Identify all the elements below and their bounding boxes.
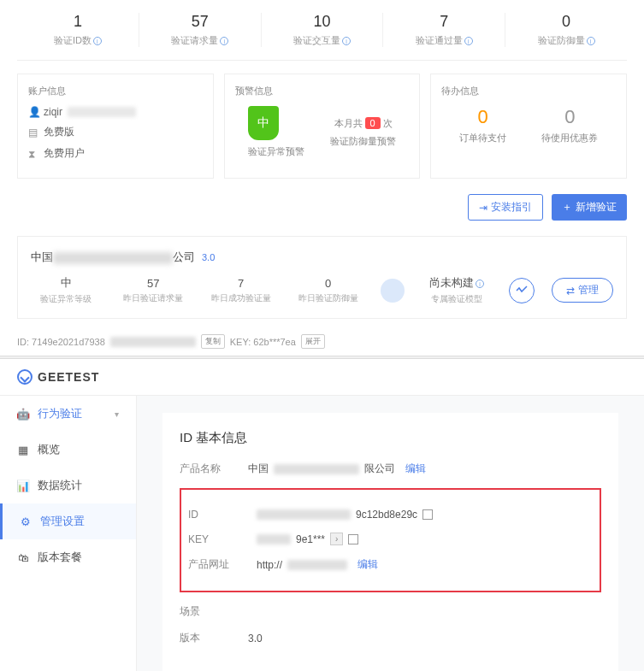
stat-value: 7 <box>383 13 505 31</box>
model-label: 专属验证模型 <box>422 293 492 305</box>
stat-label: 验证交互量i <box>262 34 383 47</box>
login-icon: ⇥ <box>479 202 487 214</box>
coupons-label: 待使用优惠券 <box>541 132 598 144</box>
card-icon: ▤ <box>28 127 38 138</box>
field-label: 产品名称 <box>180 462 248 476</box>
warning-sub2: 验证防御量预警 <box>330 135 396 148</box>
edit-link[interactable]: 编辑 <box>405 462 426 476</box>
panel-title: 预警信息 <box>235 85 410 97</box>
pending-orders-count: 0 <box>459 106 506 128</box>
sidebar: 🤖 行为验证 ▾ ▦概览 📊数据统计 ⚙管理设置 🛍版本套餐 <box>0 396 137 671</box>
stat-value: 10 <box>262 13 383 31</box>
sidebar-label: 数据统计 <box>38 478 82 493</box>
stats-row: 1验证ID数i 57验证请求量i 10验证交互量i 7验证通过量i 0验证防御量… <box>17 0 627 61</box>
bag-icon: 🛍 <box>17 551 29 563</box>
field-value: 3.0 <box>248 633 263 645</box>
sidebar-item-overview[interactable]: ▦概览 <box>0 432 136 468</box>
model-status: 尚未构建i <box>422 275 492 291</box>
field-url: 产品网址 http://编辑 <box>188 557 593 572</box>
field-label: 产品网址 <box>188 557 257 572</box>
account-user: 👤ziqir <box>28 106 203 118</box>
cstat-value: 0 <box>293 277 363 290</box>
manage-button[interactable]: ⇄管理 <box>552 278 613 303</box>
stat-label: 验证ID数i <box>17 34 139 47</box>
card-title: ID 基本信息 <box>180 430 601 446</box>
account-type: ⧗免费用户 <box>28 146 203 161</box>
expand-key-button[interactable]: › <box>330 533 343 545</box>
install-guide-button[interactable]: ⇥安装指引 <box>468 194 543 221</box>
expand-button[interactable]: 展开 <box>301 334 325 349</box>
account-plan: ▤免费版 <box>28 125 203 139</box>
coupons-count: 0 <box>541 106 598 128</box>
chart-icon[interactable] <box>509 278 535 303</box>
stat-box: 1验证ID数i <box>17 13 139 47</box>
company-card: 中国公司3.0 中验证异常等级 57昨日验证请求量 7昨日成功验证量 0昨日验证… <box>17 236 627 319</box>
avatar-circle <box>381 279 405 303</box>
info-icon[interactable]: i <box>342 37 351 45</box>
add-verification-button[interactable]: ＋新增验证 <box>552 194 627 221</box>
chart-icon: 📊 <box>17 480 29 491</box>
field-id: ID 9c12bd8e29c <box>188 509 593 521</box>
copy-icon[interactable] <box>348 534 358 544</box>
pending-orders-label: 订单待支付 <box>459 132 506 144</box>
user-icon: 👤 <box>28 106 38 118</box>
panel-title: 待办信息 <box>441 85 616 97</box>
stat-label: 验证请求量i <box>139 34 261 47</box>
sidebar-item-settings[interactable]: ⚙管理设置 <box>0 503 136 539</box>
sidebar-label: 版本套餐 <box>38 550 82 565</box>
cstat-value: 中 <box>31 275 101 291</box>
info-icon[interactable]: i <box>464 37 473 45</box>
cstat-value: 7 <box>205 277 275 290</box>
count-badge: 0 <box>365 117 381 129</box>
field-label: ID <box>188 509 257 521</box>
stat-box: 57验证请求量i <box>139 13 262 47</box>
cstat-value: 57 <box>118 277 188 290</box>
sidebar-label: 行为验证 <box>38 406 82 421</box>
hourglass-icon: ⧗ <box>28 148 38 160</box>
key-text: KEY: 62b***7ea <box>230 337 296 347</box>
sidebar-label: 管理设置 <box>40 514 85 529</box>
copy-button[interactable]: 复制 <box>201 334 225 349</box>
stat-value: 57 <box>139 13 261 31</box>
warning-sub1: 验证异常预警 <box>248 145 304 158</box>
id-key-row: ID: 7149e2021d7938 复制 KEY: 62b***7ea 展开 <box>17 327 627 356</box>
edit-link[interactable]: 编辑 <box>357 557 378 572</box>
gear-icon: ⚙ <box>20 515 32 527</box>
field-label: KEY <box>188 533 257 545</box>
shield-icon: 中 <box>248 106 279 140</box>
info-icon[interactable]: i <box>476 280 484 288</box>
brand-text: GEETEST <box>38 370 99 384</box>
company-title: 中国公司3.0 <box>31 250 613 265</box>
geetest-logo-icon <box>17 369 32 385</box>
brand-header: GEETEST <box>0 359 644 396</box>
basic-info-card: ID 基本信息 产品名称 中国限公司编辑 ID 9c12bd8e29c KEY … <box>162 413 618 671</box>
stat-box: 10验证交互量i <box>262 13 384 47</box>
plus-icon: ＋ <box>562 200 572 215</box>
warning-panel: 预警信息 中 验证异常预警 本月共 0 次 验证防御量预警 <box>224 74 421 179</box>
cstat-label: 昨日验证防御量 <box>293 292 363 304</box>
panel-title: 账户信息 <box>28 85 203 97</box>
cstat-label: 昨日验证请求量 <box>118 292 188 304</box>
settings-icon: ⇄ <box>566 285 575 297</box>
info-icon[interactable]: i <box>220 37 228 45</box>
sidebar-item-stats[interactable]: 📊数据统计 <box>0 468 136 503</box>
sidebar-item-plan[interactable]: 🛍版本套餐 <box>0 539 136 575</box>
sidebar-label: 概览 <box>38 442 60 457</box>
copy-icon[interactable] <box>422 509 433 520</box>
stat-label: 验证通过量i <box>383 34 505 47</box>
sidebar-main-nav[interactable]: 🤖 行为验证 ▾ <box>0 396 136 432</box>
field-key: KEY 9e1***› <box>188 533 593 545</box>
info-icon[interactable]: i <box>587 37 595 45</box>
info-icon[interactable]: i <box>93 37 102 45</box>
version-tag: 3.0 <box>202 252 215 262</box>
robot-icon: 🤖 <box>17 408 29 420</box>
field-version: 版本 3.0 <box>180 631 601 645</box>
todo-panel: 待办信息 0订单待支付 0待使用优惠券 <box>430 74 627 179</box>
stat-box: 0验证防御量i <box>505 13 627 47</box>
stat-value: 1 <box>17 13 139 31</box>
chevron-down-icon: ▾ <box>115 409 119 419</box>
id-text: ID: 7149e2021d7938 <box>17 337 105 347</box>
field-label: 场景 <box>180 604 248 619</box>
warning-month: 本月共 0 次 <box>330 117 396 130</box>
account-panel: 账户信息 👤ziqir ▤免费版 ⧗免费用户 <box>17 74 214 179</box>
